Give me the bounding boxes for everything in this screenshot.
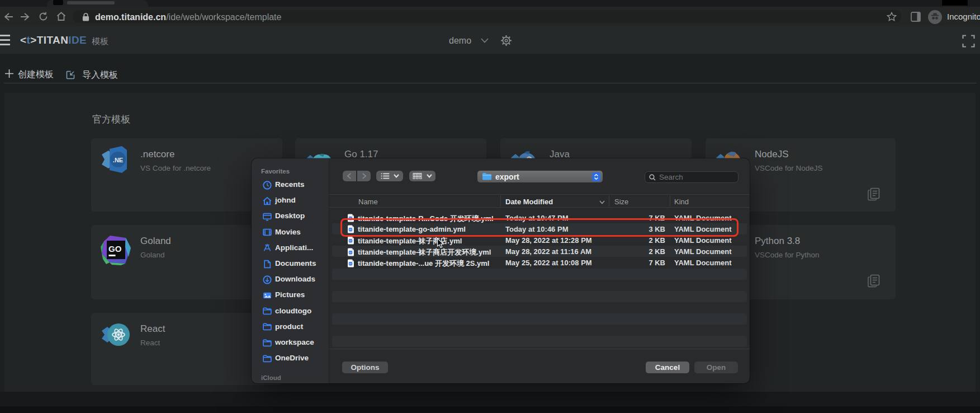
svg-text:GO: GO <box>108 244 122 254</box>
svg-text:.NE: .NE <box>113 157 123 163</box>
